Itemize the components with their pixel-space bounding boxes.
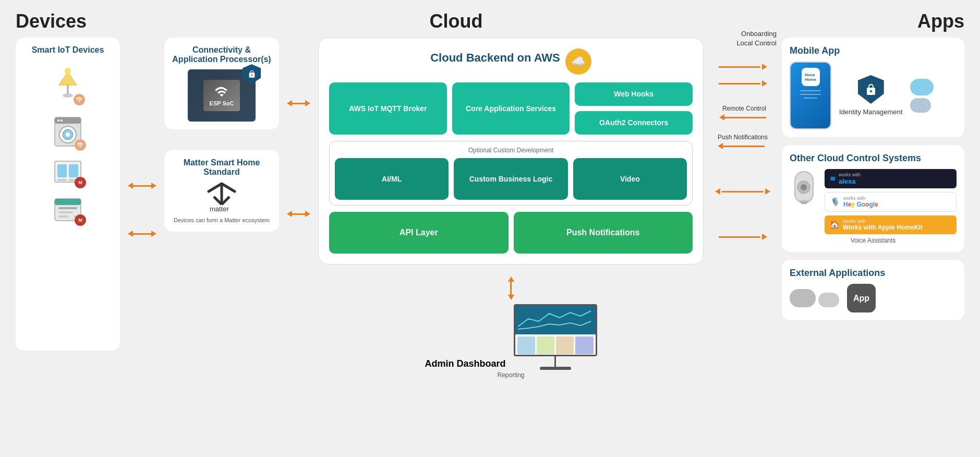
esp-chip: ESP SoC: [188, 69, 256, 122]
lock-large-icon: [865, 83, 877, 96]
alexa-label: alexa: [839, 177, 861, 185]
cloud-control-card: Other Cloud Control Systems: [782, 145, 964, 252]
cloud-shapes: [790, 289, 839, 307]
content-row: Smart IoT Devices: [16, 38, 964, 379]
connectivity-title: Connectivity & Application Processor(s): [172, 45, 271, 64]
admin-row: Admin Dashboard: [425, 304, 597, 370]
alexa-badge: ≋ works with alexa: [825, 169, 957, 188]
smart-iot-title: Smart IoT Devices: [32, 45, 104, 55]
api-layer-box: API Layer: [329, 212, 509, 254]
device-thermostat: °C M: [52, 198, 83, 226]
cloud-control-content: ≋ works with alexa 🎙️ works with: [790, 169, 957, 234]
wifi-icon: [76, 96, 83, 103]
cloud-icons: [910, 79, 934, 113]
core-services-box: Core Application Services: [452, 82, 570, 135]
devices-column: Smart IoT Devices: [16, 38, 120, 351]
cloud-column: Cloud Backend on AWS ☁️ AWS IoT MQTT Bro…: [318, 38, 704, 379]
page-wrapper: Devices Cloud Apps Onboarding Local Cont…: [16, 10, 964, 379]
identity-mgmt-label: Identity Management: [839, 108, 902, 116]
cloud-shape-2: [818, 293, 839, 307]
onboarding-arrow: [719, 64, 767, 70]
connectivity-column: Connectivity & Application Processor(s) …: [164, 38, 279, 232]
admin-monitor-wrap: [514, 304, 597, 370]
voice-badges: ≋ works with alexa 🎙️ works with: [825, 169, 957, 234]
top-bar: Devices Cloud Apps: [16, 10, 964, 32]
matter-badge-1: M: [75, 177, 86, 188]
svg-point-9: [57, 119, 59, 122]
nova-text: NovaHome: [805, 73, 816, 82]
speaker-icon: [790, 169, 818, 208]
aiml-box: AI/ML: [335, 158, 449, 200]
apps-column: Mobile App NovaHome: [782, 38, 964, 320]
device-washer: [52, 115, 83, 151]
svg-rect-27: [801, 202, 807, 204]
devices-box: Smart IoT Devices: [16, 38, 120, 351]
admin-title: Admin Dashboard: [425, 358, 505, 370]
mqtt-broker-box: AWS IoT MQTT Broker: [329, 82, 447, 135]
video-box: Video: [573, 158, 687, 200]
cloud-icon-1: [910, 79, 934, 95]
lock-icon: [248, 70, 256, 78]
reporting-label: Reporting: [497, 371, 524, 379]
google-label: Hey Google: [843, 201, 878, 208]
svg-rect-14: [57, 179, 67, 181]
chip-wrapper: ESP SoC: [172, 69, 271, 122]
devices-header: Devices: [16, 10, 87, 32]
monitor-bottom: [515, 334, 596, 356]
right-col: Web Hooks OAuth2 Connectors: [575, 82, 693, 135]
wifi-icon-2: [77, 141, 84, 149]
matter-badge-2: M: [75, 214, 86, 226]
phone-screen: NovaHome: [791, 63, 830, 128]
monitor-top: [515, 306, 596, 334]
phone-line-2: [800, 94, 821, 95]
svg-rect-13: [69, 164, 78, 177]
matter-title: Matter Smart Home Standard: [172, 158, 271, 177]
remote-arrow: [719, 114, 766, 121]
svg-text:matter: matter: [210, 205, 229, 212]
admin-section: Admin Dashboard: [318, 272, 704, 379]
matter-symbol: matter: [172, 181, 271, 212]
google-badge: 🎙️ works with Hey Google: [825, 192, 957, 212]
arrows-devices-conn: [128, 38, 156, 351]
arrows-conn-cloud: [287, 38, 310, 217]
external-apps-title: External Applications: [790, 268, 957, 279]
phone-line-1: [800, 90, 821, 91]
mobile-app-card: Mobile App NovaHome: [782, 38, 964, 137]
phone-line-3: [804, 98, 817, 99]
push-notif-arrow: [718, 143, 768, 149]
mobile-app-content: NovaHome: [790, 62, 957, 129]
works-with-google-top: works with: [843, 196, 878, 201]
device-lamp: [54, 67, 82, 105]
svg-point-25: [801, 184, 807, 190]
chip-wifi-icon: [214, 85, 229, 99]
push-notif-box: Push Notifications: [514, 212, 693, 254]
admin-monitor: [514, 304, 597, 356]
svg-point-3: [65, 68, 71, 74]
svg-point-8: [65, 132, 70, 137]
optional-label: Optional Custom Development: [335, 147, 687, 154]
works-with-homekit-top: Works with: [843, 219, 923, 224]
app-label: App: [853, 294, 869, 303]
ext-app-content: App: [790, 284, 957, 312]
shield-large: [858, 75, 884, 104]
onboarding-label: Onboarding: [736, 30, 777, 38]
cloud-control-arrow: [715, 188, 770, 195]
works-with-alexa-top: works with: [839, 172, 861, 177]
optional-grid: AI/ML Custom Business Logic Video: [335, 158, 687, 200]
monitor-base: [540, 367, 571, 370]
svg-point-1: [63, 93, 73, 98]
cloud-apps-arrows: Remote Control Push Notifications: [711, 38, 774, 240]
cloud-icon-2: [910, 98, 931, 113]
external-apps-card: External Applications App: [782, 260, 964, 320]
nova-logo: NovaHome: [802, 68, 820, 86]
green-grid: API Layer Push Notifications: [329, 212, 693, 254]
device-panel: M: [52, 160, 83, 188]
admin-arrow-up: [508, 276, 514, 300]
remote-control-label: Remote Control: [719, 105, 766, 112]
aws-icon: ☁️: [565, 49, 591, 75]
monitor-stand: [554, 356, 556, 367]
matter-desc: Devices can form a Matter ecosystem: [172, 217, 271, 224]
custom-biz-box: Custom Business Logic: [454, 158, 567, 200]
remote-control-section: Remote Control: [719, 105, 766, 121]
homekit-icon: 🏠: [830, 220, 840, 230]
